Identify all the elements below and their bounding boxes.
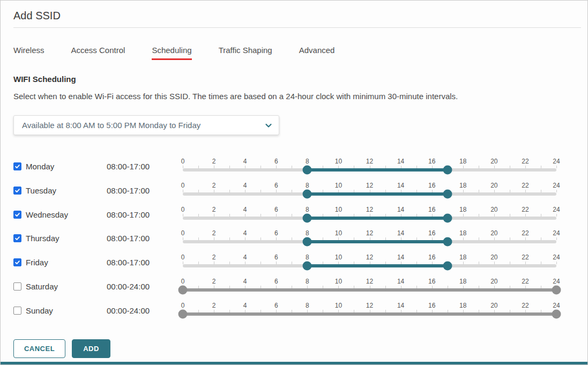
axis-tick-label: 18 <box>459 229 466 237</box>
schedule-preset-dropdown[interactable]: Available at 8:00 AM to 5:00 PM Monday t… <box>13 115 279 135</box>
time-slider-thursday[interactable]: 024681012141618202224 <box>183 227 556 243</box>
checkbox-friday[interactable] <box>13 258 21 266</box>
slider-handle-start[interactable] <box>303 237 312 247</box>
slider-handle-start[interactable] <box>303 189 312 198</box>
slider-axis-labels: 024681012141618202224 <box>183 182 556 189</box>
tab-label: Access Control <box>71 46 125 55</box>
checkbox-thursday[interactable] <box>13 234 21 242</box>
time-range: 08:00-17:00 <box>107 179 183 195</box>
add-button[interactable]: ADD <box>72 339 110 358</box>
axis-tick-label: 2 <box>212 206 216 213</box>
axis-tick-label: 6 <box>274 158 278 165</box>
tab-label: Scheduling <box>152 46 191 55</box>
day-label: Friday <box>26 258 48 267</box>
slider-handle-start[interactable] <box>178 285 188 294</box>
slider-track[interactable] <box>183 240 556 243</box>
axis-tick-label: 20 <box>490 158 497 165</box>
slider-handle-start[interactable] <box>303 166 312 175</box>
slider-selected-range <box>183 312 556 316</box>
axis-tick-label: 8 <box>306 206 309 213</box>
axis-tick-label: 10 <box>335 158 342 165</box>
axis-tick-label: 0 <box>181 158 185 165</box>
axis-tick-label: 22 <box>522 158 529 165</box>
axis-tick-label: 10 <box>335 278 342 285</box>
check-icon <box>14 212 20 218</box>
axis-tick-label: 18 <box>459 182 466 189</box>
time-slider-friday[interactable]: 024681012141618202224 <box>183 251 556 267</box>
slider-axis-labels: 024681012141618202224 <box>183 278 556 285</box>
time-slider-saturday[interactable]: 024681012141618202224 <box>183 275 556 292</box>
axis-tick-label: 8 <box>306 302 309 309</box>
axis-tick-label: 22 <box>522 254 529 261</box>
tab-traffic-shaping[interactable]: Traffic Shaping <box>219 46 272 60</box>
axis-tick-label: 6 <box>274 278 278 285</box>
time-range: 08:00-17:00 <box>107 155 183 171</box>
slider-track[interactable] <box>183 288 556 292</box>
axis-tick-label: 0 <box>181 229 185 237</box>
axis-tick-label: 12 <box>366 158 373 165</box>
slider-track[interactable] <box>183 168 556 172</box>
checkbox-monday[interactable] <box>13 162 21 170</box>
checkbox-wednesday[interactable] <box>13 211 21 219</box>
tab-wireless[interactable]: Wireless <box>13 46 44 60</box>
axis-tick-label: 10 <box>335 302 342 309</box>
slider-handle-start[interactable] <box>303 262 312 271</box>
axis-tick-label: 4 <box>243 229 247 237</box>
slider-track[interactable] <box>183 217 556 220</box>
slider-track[interactable] <box>183 312 556 316</box>
axis-tick-label: 0 <box>181 182 185 189</box>
axis-tick-label: 24 <box>553 206 560 213</box>
slider-handle-end[interactable] <box>443 262 452 271</box>
axis-tick-label: 8 <box>306 229 309 237</box>
axis-tick-label: 16 <box>428 302 435 309</box>
checkbox-sunday[interactable] <box>13 307 21 315</box>
slider-handle-start[interactable] <box>303 213 312 222</box>
cancel-button[interactable]: CANCEL <box>13 339 65 358</box>
axis-tick-label: 8 <box>306 182 309 189</box>
axis-tick-label: 24 <box>553 278 560 285</box>
axis-tick-label: 20 <box>490 254 497 261</box>
tab-access-control[interactable]: Access Control <box>71 46 125 60</box>
check-icon <box>14 235 20 241</box>
axis-tick-label: 22 <box>522 302 529 309</box>
axis-tick-label: 18 <box>459 206 466 213</box>
time-range: 08:00-17:00 <box>107 203 183 219</box>
day-row-sunday: Sunday00:00-24:00024681012141618202224 <box>13 299 587 323</box>
tab-scheduling[interactable]: Scheduling <box>152 46 191 60</box>
checkbox-tuesday[interactable] <box>13 187 21 195</box>
slider-handle-end[interactable] <box>552 285 561 294</box>
axis-tick-label: 20 <box>490 229 497 237</box>
slider-handle-end[interactable] <box>443 237 452 247</box>
slider-axis-labels: 024681012141618202224 <box>183 206 556 213</box>
time-slider-tuesday[interactable]: 024681012141618202224 <box>183 179 556 196</box>
axis-tick-label: 20 <box>490 182 497 189</box>
slider-handle-start[interactable] <box>178 309 188 318</box>
slider-handle-end[interactable] <box>443 189 452 198</box>
axis-tick-label: 4 <box>243 158 247 165</box>
axis-tick-label: 0 <box>181 278 185 285</box>
axis-tick-label: 22 <box>522 206 529 213</box>
checkbox-saturday[interactable] <box>13 282 21 290</box>
slider-handle-end[interactable] <box>552 309 561 318</box>
add-ssid-dialog: Add SSID WirelessAccess ControlSchedulin… <box>0 0 588 365</box>
slider-axis-labels: 024681012141618202224 <box>183 229 556 237</box>
time-slider-monday[interactable]: 024681012141618202224 <box>183 155 556 172</box>
slider-handle-end[interactable] <box>443 213 452 222</box>
day-row-monday: Monday08:00-17:00024681012141618202224 <box>13 155 587 179</box>
axis-tick-label: 6 <box>274 182 278 189</box>
time-slider-wednesday[interactable]: 024681012141618202224 <box>183 203 556 220</box>
tab-advanced[interactable]: Advanced <box>299 46 335 60</box>
axis-tick-label: 12 <box>366 302 373 309</box>
axis-tick-label: 16 <box>428 254 435 261</box>
time-range: 00:00-24:00 <box>107 299 183 315</box>
tab-label: Advanced <box>299 46 335 55</box>
slider-track[interactable] <box>183 264 556 267</box>
slider-track[interactable] <box>183 192 556 196</box>
slider-handle-end[interactable] <box>443 166 452 175</box>
tab-label: Wireless <box>13 46 44 55</box>
axis-tick-label: 2 <box>212 254 216 261</box>
axis-tick-label: 2 <box>212 302 216 309</box>
axis-tick-label: 24 <box>553 182 560 189</box>
time-slider-sunday[interactable]: 024681012141618202224 <box>183 299 556 316</box>
axis-tick-label: 8 <box>306 254 309 261</box>
